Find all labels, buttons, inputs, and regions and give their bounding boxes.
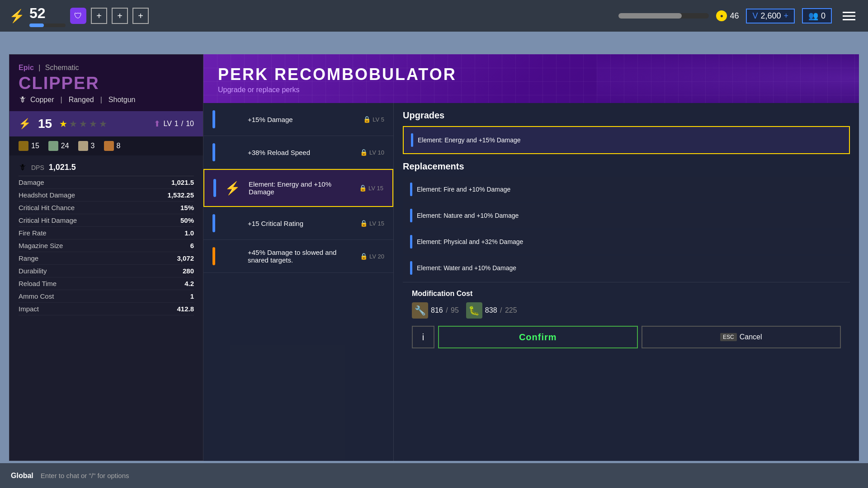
stat-label-crit-damage: Critical Hit Damage xyxy=(19,216,77,224)
buttons-row: i Confirm ESC Cancel xyxy=(412,326,841,348)
stat-label-headshot: Headshot Damage xyxy=(19,191,75,199)
up-arrow-icon: ⬆ xyxy=(154,119,160,129)
stat-value-damage: 1,021.5 xyxy=(171,178,194,186)
lock-icon-2: 🔒 xyxy=(360,149,368,156)
star-4: ★ xyxy=(89,118,97,129)
cost2-slash: / xyxy=(500,306,504,314)
upgrade-item-1[interactable]: Element: Energy and +15% Damage xyxy=(403,126,850,154)
perk-item-2[interactable]: +38% Reload Speed 🔒 LV 10 xyxy=(203,136,393,169)
lv-text: LV xyxy=(163,120,171,128)
perk-bar-3 xyxy=(213,179,216,197)
perk-item-1[interactable]: +15% Damage 🔒 LV 5 xyxy=(203,103,393,136)
metal-value: 3 xyxy=(91,142,95,150)
stat-value-crit-damage: 50% xyxy=(180,216,194,224)
stat-label-magazine: Magazine Size xyxy=(19,242,63,249)
dps-row: 🗡 DPS 1,021.5 xyxy=(19,159,194,176)
lock-icon-5: 🔒 xyxy=(360,253,368,260)
mod-cost-title: Modification Cost xyxy=(412,290,841,298)
cost-text-1: 816 / 95 xyxy=(431,306,459,314)
perk-lock-2: 🔒 LV 10 xyxy=(360,149,384,156)
topbar: ⚡ 52 🛡 + + + ● 46 V 2,600 + 👥 0 xyxy=(0,0,868,32)
cost2-value: 838 xyxy=(485,306,497,314)
chat-bar: Global Enter to chat or "/" for options xyxy=(0,463,868,488)
star-2: ★ xyxy=(69,118,77,129)
friends-container: 👥 0 xyxy=(802,8,832,23)
stat-value-headshot: 1,532.25 xyxy=(168,191,194,199)
vbucks-plus[interactable]: + xyxy=(783,11,788,21)
perk-icon-area-3: ⚡ xyxy=(222,177,243,199)
dps-icon: 🗡 xyxy=(19,163,27,172)
perk-text-1: +15% Damage xyxy=(248,116,358,123)
replacement-item-2[interactable]: Element: Nature and +10% Damage xyxy=(403,203,850,228)
upgrade-text-1: Element: Energy and +15% Damage xyxy=(418,136,842,144)
plus-btn-1[interactable]: + xyxy=(91,8,107,24)
perk-lock-1: 🔒 LV 5 xyxy=(363,116,384,123)
cost-item-2: 🐛 838 / 225 xyxy=(466,302,517,319)
brick-value: 24 xyxy=(61,142,69,150)
wrench-icon: 🔧 xyxy=(412,302,428,319)
replacement-bar-1 xyxy=(410,183,412,196)
perk-item-4[interactable]: +15 Critical Rating 🔒 LV 15 xyxy=(203,207,393,240)
pipe-3: | xyxy=(100,96,102,104)
right-panel: PERK RECOMBOBULATOR Upgrade or replace p… xyxy=(203,54,859,461)
stat-ammo: Ammo Cost 1 xyxy=(19,290,194,303)
stat-crit-chance: Critical Hit Chance 15% xyxy=(19,202,194,214)
perk-bar-5 xyxy=(212,247,215,265)
wood-icon xyxy=(19,141,28,151)
perk-text-5: +45% Damage to slowed and snared targets… xyxy=(248,249,354,264)
info-button[interactable]: i xyxy=(412,326,434,348)
vbucks-container[interactable]: V 2,600 + xyxy=(746,9,795,23)
star-5: ★ xyxy=(99,118,107,129)
replacement-item-4[interactable]: Element: Water and +10% Damage xyxy=(403,256,850,280)
shield-badge: 🛡 xyxy=(70,8,86,24)
stat-value-range: 3,072 xyxy=(177,254,194,262)
weapon-category2: Shotgun xyxy=(108,96,136,104)
replacement-bar-2 xyxy=(410,209,412,222)
coin-icon: ● xyxy=(716,10,727,21)
star-1: ★ xyxy=(59,118,67,129)
plus-btn-3[interactable]: + xyxy=(132,8,149,24)
stat-reload: Reload Time 4.2 xyxy=(19,277,194,290)
weapon-header: Epic | Schematic CLIPPER 🗡 Copper | Rang… xyxy=(9,55,203,111)
confirm-button[interactable]: Confirm xyxy=(438,326,638,348)
replacement-item-1[interactable]: Element: Fire and +10% Damage xyxy=(403,177,850,202)
replacement-text-1: Element: Fire and +10% Damage xyxy=(417,186,843,193)
metal-icon xyxy=(78,141,88,151)
perk-lock-3: 🔒 LV 15 xyxy=(359,184,383,192)
friends-count: 0 xyxy=(821,11,826,21)
topbar-left: ⚡ 52 🛡 + + + xyxy=(9,5,149,27)
perk-item-5[interactable]: +45% Damage to slowed and snared targets… xyxy=(203,240,393,273)
cost-text-2: 838 / 225 xyxy=(485,306,517,314)
stat-value-ammo: 1 xyxy=(190,292,194,300)
perk-item-3[interactable]: ⚡ Element: Energy and +10% Damage 🔒 LV 1… xyxy=(203,169,393,207)
lv-max: 10 xyxy=(186,120,194,128)
chat-placeholder[interactable]: Enter to chat or "/" for options xyxy=(41,472,129,479)
plus-btn-2[interactable]: + xyxy=(112,8,128,24)
replacement-bar-3 xyxy=(410,235,412,249)
perk-bar-1 xyxy=(212,110,215,128)
perk-subtitle: Upgrade or replace perks xyxy=(218,86,844,94)
weapon-meta: 🗡 Copper | Ranged | Shotgun xyxy=(19,95,194,104)
player-level: 52 xyxy=(29,5,46,21)
stat-headshot: Headshot Damage 1,532.25 xyxy=(19,189,194,202)
weapon-rarity-row: Epic | Schematic xyxy=(19,64,194,72)
stat-label-range: Range xyxy=(19,254,38,262)
dps-label: DPS xyxy=(31,164,44,171)
wood-value: 15 xyxy=(31,142,39,150)
gold-amount: 46 xyxy=(730,11,739,21)
stars-row: ★ ★ ★ ★ ★ xyxy=(59,118,107,129)
cancel-button[interactable]: ESC Cancel xyxy=(642,326,841,348)
menu-button[interactable] xyxy=(839,8,859,24)
level-bar-fill xyxy=(29,23,44,27)
pipe-2: | xyxy=(60,96,62,104)
perk-content: +15% Damage 🔒 LV 5 +38% Reload Speed 🔒 L… xyxy=(203,103,859,461)
weapon-name: CLIPPER xyxy=(19,74,194,93)
resource-crystal: 8 xyxy=(104,141,121,151)
perks-list: +15% Damage 🔒 LV 5 +38% Reload Speed 🔒 L… xyxy=(203,103,393,461)
perk-bar-2 xyxy=(212,143,215,161)
mod-cost-section: Modification Cost 🔧 816 / 95 🐛 xyxy=(403,282,850,356)
replacement-item-3[interactable]: Element: Physical and +32% Damage xyxy=(403,230,850,254)
stat-range: Range 3,072 xyxy=(19,252,194,265)
gold-resource: ● 46 xyxy=(716,10,739,21)
replacement-text-2: Element: Nature and +10% Damage xyxy=(417,212,843,219)
